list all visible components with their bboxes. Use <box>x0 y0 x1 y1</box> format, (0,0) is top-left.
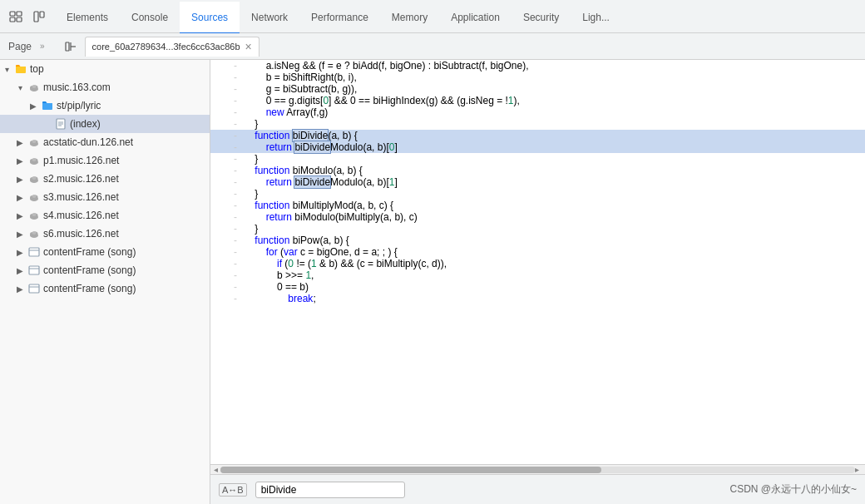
line-code-text[interactable]: new Array(f,g) <box>244 106 865 118</box>
code-line: - 0 == g.digits[0] && 0 == biHighIndex(g… <box>210 95 865 106</box>
tree-arrow-s3music[interactable]: ▶ <box>13 193 27 202</box>
inspect-icon[interactable] <box>30 7 48 26</box>
tree-arrow-cf2[interactable]: ▶ <box>13 266 27 275</box>
sidebar-item-index[interactable]: (index) <box>0 115 210 133</box>
line-dash: - <box>234 130 244 141</box>
svg-point-12 <box>32 85 37 88</box>
tree-arrow-stpip[interactable]: ▶ <box>27 101 40 111</box>
sidebar-item-cf2[interactable]: ▶contentFrame (song) <box>0 261 210 279</box>
tab-security[interactable]: Security <box>512 2 571 34</box>
svg-rect-0 <box>10 12 15 16</box>
file-icon <box>53 118 68 130</box>
sidebar-item-s2music[interactable]: ▶s2.music.126.net <box>0 170 210 188</box>
tree-arrow-top[interactable]: ▾ <box>0 65 13 74</box>
code-line: - if (0 != (1 & b) && (c = biMultiply(c,… <box>210 258 865 269</box>
sidebar-item-cf3[interactable]: ▶contentFrame (song) <box>0 279 210 298</box>
case-sensitive-icon: A↔B <box>219 483 247 497</box>
main-tab-list: Elements Console Sources Network Perform… <box>55 0 621 32</box>
svg-rect-45 <box>29 284 39 293</box>
line-code-text[interactable]: 0 == g.digits[0] && 0 == biHighIndex(g) … <box>244 95 865 106</box>
tree-arrow-cf1[interactable]: ▶ <box>13 248 27 257</box>
line-dash: - <box>234 269 244 281</box>
line-code-text[interactable]: g = biSubtract(b, g)), <box>244 83 865 95</box>
line-code-text[interactable]: function biMultiplyMod(a, b, c) { <box>244 200 865 211</box>
tab-lighthouse[interactable]: Ligh... <box>571 2 621 34</box>
open-file-tab[interactable]: core_60a2789634...3fec6cc63ac86b × <box>85 37 260 57</box>
line-dash: - <box>234 72 244 83</box>
sidebar-item-acstatic[interactable]: ▶acstatic-dun.126.net <box>0 133 210 151</box>
tree-arrow-s6music[interactable]: ▶ <box>13 230 27 239</box>
svg-rect-41 <box>29 248 39 256</box>
sidebar-item-s4music[interactable]: ▶s4.music.126.net <box>0 206 210 225</box>
line-code-text[interactable]: } <box>244 223 865 235</box>
close-file-tab[interactable]: × <box>245 41 252 52</box>
hscroll-track[interactable] <box>220 467 855 473</box>
tree-label-music163: music.163.com <box>42 82 111 93</box>
svg-point-40 <box>32 231 37 235</box>
line-code-text[interactable]: function biModulo(a, b) { <box>244 165 865 176</box>
devtools-toolbar: Elements Console Sources Network Perform… <box>0 0 865 33</box>
line-code-text[interactable]: function biDivide(a, b) { <box>244 130 865 141</box>
search-input[interactable] <box>255 482 405 498</box>
tab-elements[interactable]: Elements <box>55 2 120 34</box>
tab-performance[interactable]: Performance <box>299 2 380 34</box>
code-lines: - a.isNeg && (f = e ? biAdd(f, bigOne) :… <box>210 60 865 304</box>
tab-network[interactable]: Network <box>240 2 299 34</box>
tree-label-index: (index) <box>68 118 101 130</box>
tree-arrow-cf3[interactable]: ▶ <box>13 284 27 294</box>
code-scroll-container[interactable]: - a.isNeg && (f = e ? biAdd(f, bigOne) :… <box>210 60 865 464</box>
line-dash: - <box>234 281 244 293</box>
tree-arrow-music163[interactable]: ▾ <box>13 83 27 92</box>
code-line: - g = biSubtract(b, g)), <box>210 83 865 95</box>
iframe-icon <box>27 246 42 258</box>
horizontal-scrollbar[interactable]: ◂ ▸ <box>210 464 865 474</box>
sidebar-item-s6music[interactable]: ▶s6.music.126.net <box>0 225 210 243</box>
code-line: - new Array(f,g) <box>210 106 865 118</box>
sidebar-item-top[interactable]: ▾top <box>0 60 210 78</box>
sidebar-item-stpip[interactable]: ▶st/pip/lyric <box>0 96 210 115</box>
tree-arrow-s4music[interactable]: ▶ <box>13 211 27 220</box>
hscroll-thumb[interactable] <box>220 467 601 473</box>
line-code-text[interactable]: return biDivideModulo(a, b)[0] <box>244 141 865 153</box>
sidebar-item-p1music[interactable]: ▶p1.music.126.net <box>0 151 210 170</box>
scroll-right-arrow[interactable]: ▸ <box>855 467 862 473</box>
line-code-text[interactable]: } <box>244 188 865 200</box>
line-dash: - <box>234 141 244 153</box>
sidebar-item-cf1[interactable]: ▶contentFrame (song) <box>0 243 210 261</box>
devtools-icon[interactable] <box>7 7 25 26</box>
tab-application[interactable]: Application <box>439 2 512 34</box>
line-dash: - <box>234 153 244 165</box>
tree-label-cf3: contentFrame (song) <box>42 283 136 294</box>
tab-sources[interactable]: Sources <box>180 2 240 34</box>
tab-console[interactable]: Console <box>120 2 180 34</box>
sidebar-item-s3music[interactable]: ▶s3.music.126.net <box>0 188 210 206</box>
scroll-left-arrow[interactable]: ◂ <box>214 467 220 473</box>
code-line: - a.isNeg && (f = e ? biAdd(f, bigOne) :… <box>210 60 865 72</box>
line-code-text[interactable]: b >>= 1, <box>244 269 865 281</box>
cloud-icon <box>27 136 42 148</box>
svg-rect-6 <box>66 42 69 51</box>
tree-arrow-s2music[interactable]: ▶ <box>13 175 27 184</box>
tree-label-s4music: s4.music.126.net <box>42 210 119 221</box>
tree-label-cf1: contentFrame (song) <box>42 246 136 258</box>
line-code-text[interactable]: function biPow(a, b) { <box>244 235 865 246</box>
line-code-text[interactable]: return biModulo(biMultiply(a, b), c) <box>244 211 865 223</box>
line-code-text[interactable]: 0 == b) <box>244 281 865 293</box>
toggle-sidebar-icon[interactable] <box>62 37 80 56</box>
tree-arrow-p1music[interactable]: ▶ <box>13 156 27 166</box>
tab-memory[interactable]: Memory <box>380 2 439 34</box>
line-code-text[interactable]: break; <box>244 293 865 304</box>
line-dash: - <box>234 293 244 304</box>
line-code-text[interactable]: for (var c = bigOne, d = a; ; ) { <box>244 246 865 258</box>
line-code-text[interactable]: b = biShiftRight(b, i), <box>244 72 865 83</box>
line-code-text[interactable]: } <box>244 118 865 130</box>
page-tab-label[interactable]: Page <box>5 41 35 52</box>
line-code-text[interactable]: return biDivideModulo(a, b)[1] <box>244 176 865 188</box>
line-code-text[interactable]: a.isNeg && (f = e ? biAdd(f, bigOne) : b… <box>244 60 865 72</box>
sidebar-item-music163[interactable]: ▾music.163.com <box>0 78 210 96</box>
tree-arrow-acstatic[interactable]: ▶ <box>13 138 27 147</box>
line-code-text[interactable]: if (0 != (1 & b) && (c = biMultiply(c, d… <box>244 258 865 269</box>
line-code-text[interactable]: } <box>244 153 865 165</box>
sources-subtoolbar: Page » core_60a2789634...3fec6cc63ac86b … <box>0 33 865 60</box>
line-dash: - <box>234 258 244 269</box>
